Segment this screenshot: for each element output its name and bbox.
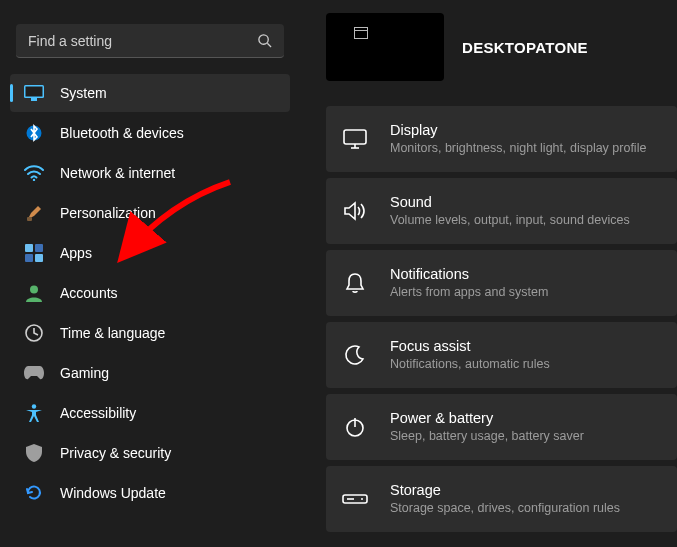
tile-sound[interactable]: SoundVolume levels, output, input, sound… (326, 178, 677, 244)
bluetooth-icon (24, 123, 44, 143)
tile-desc: Storage space, drives, configuration rul… (390, 500, 620, 516)
shield-icon (24, 443, 44, 463)
sidebar-item-label: Personalization (60, 205, 156, 221)
sidebar-item-privacy[interactable]: Privacy & security (10, 434, 290, 472)
tile-desc: Alerts from apps and system (390, 284, 548, 300)
search-input[interactable] (28, 33, 257, 49)
power-icon (342, 414, 368, 440)
sidebar-item-accessibility[interactable]: Accessibility (10, 394, 290, 432)
sidebar-item-label: Windows Update (60, 485, 166, 501)
sidebar-item-bluetooth[interactable]: Bluetooth & devices (10, 114, 290, 152)
device-header: DESKTOPATONE (326, 0, 677, 88)
sidebar-item-label: Apps (60, 245, 92, 261)
sidebar-item-accounts[interactable]: Accounts (10, 274, 290, 312)
sidebar-item-label: System (60, 85, 107, 101)
sidebar-item-update[interactable]: Windows Update (10, 474, 290, 512)
person-icon (24, 283, 44, 303)
svg-rect-10 (25, 254, 33, 262)
a11y-icon (24, 403, 44, 423)
storage-icon (342, 486, 368, 512)
search-icon (257, 33, 272, 48)
sidebar-item-network[interactable]: Network & internet (10, 154, 290, 192)
sidebar-item-time[interactable]: Time & language (10, 314, 290, 352)
svg-line-1 (267, 43, 271, 47)
tile-title: Focus assist (390, 337, 550, 356)
tile-title: Storage (390, 481, 620, 500)
tile-power[interactable]: Power & batterySleep, battery usage, bat… (326, 394, 677, 460)
svg-rect-20 (343, 495, 367, 503)
tile-desc: Volume levels, output, input, sound devi… (390, 212, 630, 228)
brush-icon (24, 203, 44, 223)
svg-rect-3 (26, 87, 43, 97)
svg-rect-7 (27, 217, 32, 221)
gamepad-icon (24, 363, 44, 383)
sidebar-item-label: Gaming (60, 365, 109, 381)
tile-desc: Sleep, battery usage, battery saver (390, 428, 584, 444)
tile-title: Display (390, 121, 646, 140)
svg-rect-4 (31, 98, 37, 101)
svg-point-0 (259, 35, 268, 44)
sidebar-item-label: Privacy & security (60, 445, 171, 461)
content-pane: DESKTOPATONE DisplayMonitors, brightness… (300, 0, 677, 547)
desktop-thumbnail (326, 13, 444, 81)
svg-point-14 (32, 404, 36, 408)
svg-point-12 (30, 286, 38, 294)
sidebar-item-label: Network & internet (60, 165, 175, 181)
sidebar-item-apps[interactable]: Apps (10, 234, 290, 272)
tile-desc: Notifications, automatic rules (390, 356, 550, 372)
settings-tiles: DisplayMonitors, brightness, night light… (326, 88, 677, 547)
tile-storage[interactable]: StorageStorage space, drives, configurat… (326, 466, 677, 532)
tile-title: Notifications (390, 265, 548, 284)
update-icon (24, 483, 44, 503)
sidebar-item-personalization[interactable]: Personalization (10, 194, 290, 232)
moon-icon (342, 342, 368, 368)
sidebar-item-label: Accessibility (60, 405, 136, 421)
sidebar-nav: SystemBluetooth & devicesNetwork & inter… (10, 68, 290, 547)
sidebar-item-gaming[interactable]: Gaming (10, 354, 290, 392)
sound-icon (342, 198, 368, 224)
svg-rect-15 (344, 130, 366, 144)
search-input-wrap[interactable] (16, 24, 284, 58)
tile-display[interactable]: DisplayMonitors, brightness, night light… (326, 106, 677, 172)
display-icon (342, 126, 368, 152)
sidebar-item-system[interactable]: System (10, 74, 290, 112)
sidebar-item-label: Bluetooth & devices (60, 125, 184, 141)
svg-point-6 (33, 179, 35, 181)
tile-desc: Monitors, brightness, night light, displ… (390, 140, 646, 156)
svg-rect-8 (25, 244, 33, 252)
svg-rect-9 (35, 244, 43, 252)
monitor-icon (24, 83, 44, 103)
tile-notifications[interactable]: NotificationsAlerts from apps and system (326, 250, 677, 316)
wifi-icon (24, 163, 44, 183)
tile-focus[interactable]: Focus assistNotifications, automatic rul… (326, 322, 677, 388)
apps-icon (24, 243, 44, 263)
hostname: DESKTOPATONE (462, 39, 588, 56)
tile-title: Sound (390, 193, 630, 212)
tile-title: Power & battery (390, 409, 584, 428)
bell-icon (342, 270, 368, 296)
sidebar: SystemBluetooth & devicesNetwork & inter… (0, 0, 300, 547)
sidebar-item-label: Time & language (60, 325, 165, 341)
svg-rect-11 (35, 254, 43, 262)
sidebar-item-label: Accounts (60, 285, 118, 301)
svg-point-21 (361, 498, 363, 500)
clock-icon (24, 323, 44, 343)
